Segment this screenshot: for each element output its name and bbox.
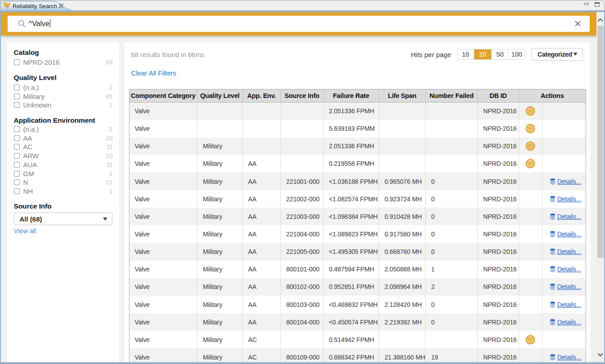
scroll-down-icon[interactable] bbox=[597, 353, 603, 357]
hits-per-page-option[interactable]: 20 bbox=[474, 49, 492, 60]
table-cell: AA bbox=[243, 243, 281, 261]
filter-option-label: NH bbox=[23, 187, 33, 195]
table-cell: 0.487594 FPMH bbox=[324, 261, 379, 278]
table-cell: 0 bbox=[426, 313, 478, 331]
filter-option[interactable]: ARW10 bbox=[14, 151, 113, 160]
table-cell: AA bbox=[243, 155, 281, 173]
details-link[interactable]: Details... bbox=[550, 266, 581, 273]
table-cell: Military bbox=[197, 278, 243, 296]
checkbox[interactable] bbox=[14, 59, 20, 65]
checkbox[interactable] bbox=[14, 126, 20, 132]
checkbox[interactable] bbox=[14, 102, 20, 108]
hits-per-page-option[interactable]: 10 bbox=[458, 49, 474, 60]
hits-per-page-option[interactable]: 100 bbox=[508, 49, 525, 60]
details-link[interactable]: Details... bbox=[550, 283, 581, 290]
table-cell bbox=[379, 102, 426, 120]
action-target-cell bbox=[519, 173, 543, 190]
table-cell: Valve bbox=[129, 243, 198, 261]
table-cell: Valve bbox=[129, 313, 198, 331]
table-row: ValveMilitaryAA800104-000<0.450574 FPMH2… bbox=[129, 313, 586, 331]
details-link-text: Details... bbox=[557, 283, 581, 290]
sort-dropdown[interactable]: Categorized bbox=[531, 48, 583, 61]
filter-option[interactable]: NPRD-201668 bbox=[14, 58, 113, 67]
table-cell: Valve bbox=[129, 261, 198, 278]
action-target-cell bbox=[519, 243, 543, 261]
source-info-dropdown[interactable]: All (68) bbox=[14, 213, 112, 225]
checkbox[interactable] bbox=[14, 171, 20, 177]
maximize-view-icon[interactable] bbox=[595, 2, 600, 7]
details-link[interactable]: Details... bbox=[550, 195, 581, 203]
checkbox[interactable] bbox=[14, 135, 20, 141]
view-all-link[interactable]: View all bbox=[14, 228, 36, 235]
target-icon[interactable] bbox=[525, 106, 535, 116]
search-box[interactable]: ^Valve bbox=[8, 16, 590, 32]
hits-per-page-group[interactable]: 102050100 bbox=[457, 49, 525, 60]
database-icon bbox=[550, 178, 556, 185]
chevron-down-icon bbox=[103, 218, 107, 221]
table-cell: 21.388160 MH bbox=[379, 348, 426, 364]
target-icon[interactable] bbox=[525, 159, 535, 169]
scroll-up-icon[interactable] bbox=[597, 18, 603, 22]
table-cell: NPRD-2016 bbox=[478, 261, 519, 278]
table-cell: 0 bbox=[426, 173, 478, 190]
checkbox[interactable] bbox=[14, 93, 20, 99]
checkbox[interactable] bbox=[14, 153, 20, 159]
table-cell: AC bbox=[243, 348, 281, 364]
tab-reliability-search[interactable]: Reliability Search bbox=[1, 0, 77, 11]
details-link[interactable]: Details... bbox=[550, 213, 581, 220]
filter-option-label: NPRD-2016 bbox=[23, 58, 60, 66]
details-link[interactable]: Details... bbox=[550, 248, 581, 255]
database-icon bbox=[550, 249, 556, 255]
vertical-scrollbar[interactable] bbox=[596, 12, 604, 362]
table-cell: Military bbox=[197, 243, 243, 261]
table-cell: 0 bbox=[426, 296, 478, 313]
details-link[interactable]: Details... bbox=[550, 178, 581, 185]
database-icon bbox=[550, 284, 556, 290]
target-icon[interactable] bbox=[525, 124, 535, 133]
filter-option-count: 21 bbox=[106, 179, 112, 186]
table-cell: Valve bbox=[129, 102, 198, 120]
table-cell: NPRD-2016 bbox=[478, 331, 519, 348]
details-link[interactable]: Details... bbox=[550, 319, 581, 326]
details-link[interactable]: Details... bbox=[550, 231, 581, 238]
clear-all-filters-link[interactable]: Clear All Filters bbox=[131, 69, 177, 77]
details-link[interactable]: Details... bbox=[550, 301, 581, 308]
filter-option[interactable]: NH1 bbox=[14, 187, 113, 196]
checkbox[interactable] bbox=[14, 179, 20, 185]
table-cell: Military bbox=[197, 155, 243, 173]
filter-option[interactable]: N21 bbox=[14, 178, 113, 187]
filter-option[interactable]: (n.a.)2 bbox=[14, 83, 113, 92]
scrollbar-thumb[interactable] bbox=[597, 26, 604, 258]
checkbox[interactable] bbox=[14, 188, 20, 194]
filter-option-count: 68 bbox=[106, 59, 112, 66]
table-cell: Valve bbox=[129, 173, 198, 190]
filter-option[interactable]: (n.a.)3 bbox=[14, 125, 113, 134]
target-icon[interactable] bbox=[525, 335, 535, 345]
table-cell: NPRD-2016 bbox=[478, 138, 519, 155]
filter-option[interactable]: Unknown1 bbox=[14, 101, 113, 110]
search-input-value[interactable]: ^Valve bbox=[29, 19, 51, 28]
table-cell: AA bbox=[243, 278, 281, 296]
search-icon bbox=[18, 20, 26, 28]
minimize-view-icon[interactable] bbox=[584, 3, 589, 5]
table-cell: Military bbox=[197, 225, 243, 243]
hits-per-page-option[interactable]: 50 bbox=[492, 49, 508, 60]
details-link[interactable]: Details... bbox=[550, 354, 581, 361]
filter-sidebar: CatalogNPRD-201668Quality Level(n.a.)2Mi… bbox=[7, 42, 119, 363]
table-cell: <1.089823 FPMH bbox=[324, 225, 379, 243]
filter-option[interactable]: AC11 bbox=[14, 142, 113, 151]
filter-option[interactable]: AUA11 bbox=[14, 160, 113, 169]
sidebar-content: CatalogNPRD-201668Quality Level(n.a.)2Mi… bbox=[7, 42, 119, 235]
target-icon[interactable] bbox=[525, 141, 535, 151]
tab-close-icon[interactable] bbox=[58, 2, 65, 9]
search-clear-icon[interactable] bbox=[574, 20, 582, 27]
checkbox[interactable] bbox=[14, 84, 20, 90]
filter-option[interactable]: Military65 bbox=[14, 92, 113, 101]
checkbox[interactable] bbox=[14, 162, 20, 168]
checkbox[interactable] bbox=[14, 144, 20, 150]
filter-option[interactable]: GM1 bbox=[14, 169, 113, 178]
table-cell: Valve bbox=[129, 190, 198, 208]
table-cell bbox=[426, 102, 478, 120]
table-cell: 800101-000 bbox=[281, 261, 324, 278]
filter-option[interactable]: AA10 bbox=[14, 133, 113, 142]
